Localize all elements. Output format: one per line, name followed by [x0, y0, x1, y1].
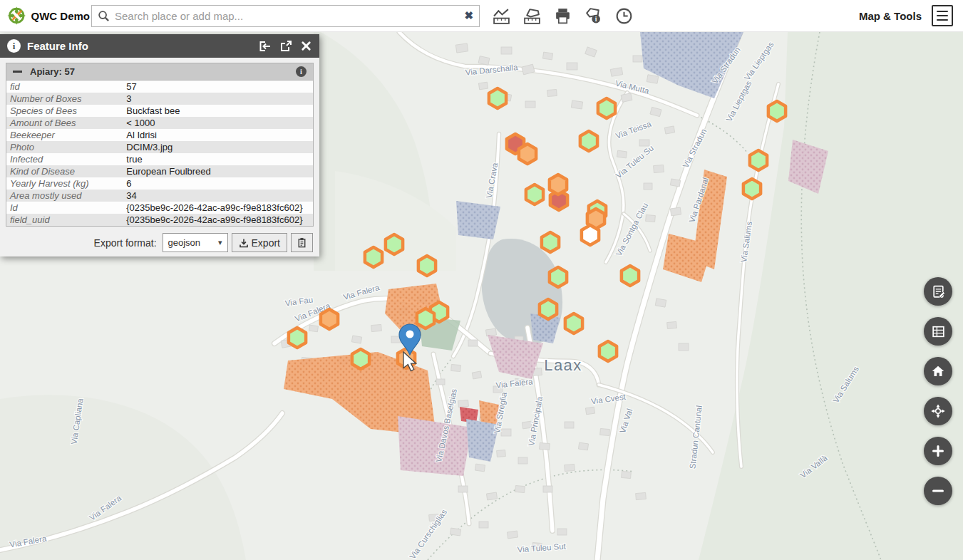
feature-section-title: Apiary: 57 [30, 66, 288, 77]
attribute-row: Id{0235be9c-2026-42ac-a99c-f9e8183fc602} [6, 202, 314, 214]
attribute-row: PhotoDCIM/3.jpg [6, 141, 314, 153]
print-tool-button[interactable] [550, 3, 575, 28]
clock-icon [614, 6, 634, 26]
map-tools-menu-button[interactable] [932, 5, 953, 26]
sketch-measure-icon [522, 6, 542, 26]
dock-left-icon [258, 40, 272, 53]
app-header: QWC Demo ✖ [0, 0, 963, 32]
apiary-hexagon-marker-green[interactable] [768, 101, 786, 121]
home-icon [930, 363, 946, 379]
apiary-hexagon-marker-green[interactable] [289, 328, 306, 348]
attribute-label: Species of Bees [6, 105, 123, 117]
attribute-value: Al Idrisi [123, 129, 313, 141]
dock-window-button[interactable] [258, 40, 272, 53]
apiary-hexagon-marker-green[interactable] [365, 247, 382, 267]
attribute-table: fid57Number of Boxes3Species of BeesBuck… [6, 80, 314, 227]
apiary-hexagon-marker-green[interactable] [750, 150, 767, 170]
identify-region-tool-button[interactable]: i [580, 3, 606, 28]
app-logo[interactable]: QWC Demo [7, 6, 90, 26]
apiary-hexagon-marker-green[interactable] [622, 266, 639, 286]
apiary-hexagon-marker-green[interactable] [565, 313, 582, 333]
locate-crosshair-icon [930, 403, 946, 419]
feature-zoom-info-icon[interactable]: i [296, 66, 307, 77]
report-button[interactable] [924, 277, 952, 306]
download-icon [239, 238, 249, 248]
apiary-hexagon-marker-green[interactable] [386, 234, 403, 254]
apiary-hexagon-marker-green[interactable] [352, 349, 369, 369]
home-button[interactable] [924, 357, 952, 385]
feature-info-title: Feature Info [27, 40, 252, 52]
attribute-label: Kind of Disease [6, 165, 123, 177]
close-window-button[interactable] [300, 40, 312, 52]
apiary-hexagon-marker-green[interactable] [550, 267, 567, 287]
export-format-select[interactable]: geojson ▾ [163, 233, 228, 252]
external-window-icon [279, 40, 292, 53]
export-row: Export format: geojson ▾ Export [6, 233, 314, 252]
copy-to-clipboard-button[interactable] [291, 233, 313, 252]
attribute-row: BeekeeperAl Idrisi [6, 129, 314, 141]
detach-window-button[interactable] [279, 40, 292, 53]
search-clear-button[interactable]: ✖ [464, 9, 473, 22]
toolbar: i [488, 3, 637, 28]
attribute-value: 34 [123, 190, 313, 202]
qwc-compass-logo-icon [7, 6, 26, 26]
apiary-hexagon-marker-green[interactable] [580, 131, 597, 151]
attribute-table-button[interactable] [924, 317, 952, 346]
feature-section-header[interactable]: Apiary: 57 i [6, 63, 314, 80]
attribute-row: Area mostly used34 [6, 190, 314, 202]
locate-button[interactable] [924, 397, 952, 425]
apiary-hexagon-marker-white[interactable] [582, 225, 599, 245]
time-manager-tool-button[interactable] [611, 3, 637, 28]
attribute-label: Number of Boxes [6, 93, 123, 105]
attribute-row: fid57 [6, 81, 314, 93]
attribute-value: Buckfast bee [123, 105, 313, 117]
plus-icon [930, 443, 946, 459]
apiary-hexagon-marker-green[interactable] [417, 308, 434, 328]
attribute-label: Id [6, 202, 123, 214]
apiary-hexagon-marker-orange[interactable] [519, 144, 536, 164]
feature-info-window: i Feature Info [0, 34, 319, 256]
zoom-in-button[interactable] [924, 437, 952, 465]
apiary-hexagon-marker-orange[interactable] [321, 309, 338, 329]
apiary-hexagon-marker-green[interactable] [542, 232, 559, 252]
feature-info-body: Apiary: 57 i fid57Number of Boxes3Specie… [0, 58, 319, 256]
attribute-label: Beekeeper [6, 129, 123, 141]
attribute-label: Amount of Bees [6, 117, 123, 129]
attribute-value: European Foulbreed [123, 165, 313, 177]
zoom-out-button[interactable] [924, 477, 952, 505]
apiary-hexagon-marker-green[interactable] [418, 256, 436, 276]
sketch-measure-tool-button[interactable] [519, 3, 545, 28]
attribute-label: Yearly Harvest (kg) [6, 177, 123, 190]
search-input[interactable] [115, 10, 459, 22]
export-button[interactable]: Export [232, 233, 287, 252]
apiary-hexagon-marker-green[interactable] [598, 98, 615, 118]
app-title: QWC Demo [31, 10, 91, 22]
apiary-hexagon-marker-green[interactable] [743, 179, 761, 199]
apiary-area-blue[interactable] [456, 201, 500, 239]
search-icon [98, 10, 110, 22]
apiary-hexagon-marker-green[interactable] [599, 341, 617, 361]
search-bar[interactable]: ✖ [91, 5, 480, 27]
minus-icon [930, 483, 946, 499]
apiary-hexagon-marker-orange[interactable] [550, 175, 567, 195]
apiary-hexagon-marker-green[interactable] [489, 88, 506, 108]
measure-tool-button[interactable] [488, 3, 514, 28]
identify-region-icon: i [584, 6, 603, 26]
attribute-label: Area mostly used [6, 190, 123, 202]
attribute-value: {0235be9c-2026-42ac-a99c-f9e8183fc602} [123, 214, 313, 227]
svg-text:i: i [594, 15, 597, 22]
feature-info-titlebar[interactable]: i Feature Info [0, 34, 319, 58]
attribute-label: Infected [6, 153, 123, 165]
feature-attributes-body: fid57Number of Boxes3Species of BeesBuck… [6, 81, 314, 227]
collapse-icon[interactable] [13, 71, 22, 73]
attribute-value: 3 [123, 93, 313, 105]
report-document-icon [931, 284, 946, 299]
clipboard-icon [297, 237, 307, 248]
attribute-label: Photo [6, 141, 123, 153]
attribute-value: 6 [123, 177, 313, 190]
attribute-value: 57 [123, 81, 313, 93]
apiary-hexagon-marker-green[interactable] [540, 299, 557, 319]
attribute-row: Kind of DiseaseEuropean Foulbreed [6, 165, 314, 177]
print-icon [553, 6, 572, 26]
apiary-hexagon-marker-green[interactable] [526, 185, 543, 204]
